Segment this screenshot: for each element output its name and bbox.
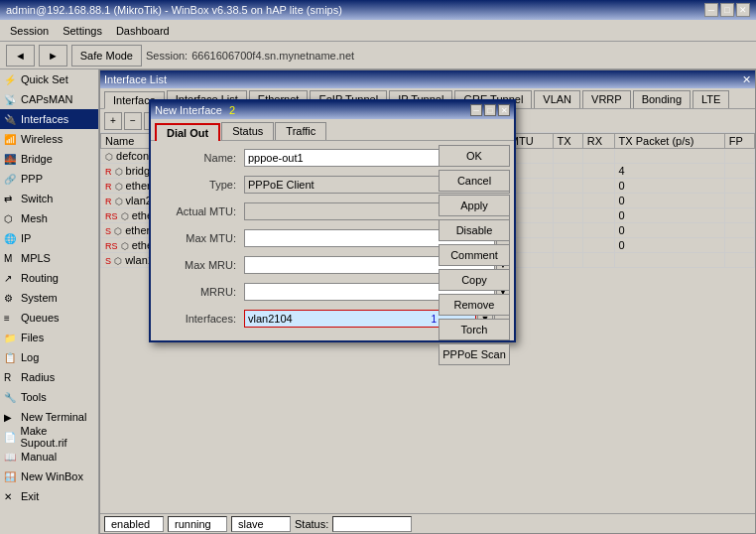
sidebar-item-capsman[interactable]: 📡 CAPsMAN <box>0 89 98 109</box>
safe-mode-button[interactable]: Safe Mode <box>71 45 142 67</box>
sidebar-label-wireless: Wireless <box>21 133 63 145</box>
col-tx[interactable]: TX <box>553 134 582 149</box>
status-running: running <box>168 516 227 532</box>
sidebar-item-bridge[interactable]: 🌉 Bridge <box>0 149 98 169</box>
sidebar-item-make-supout[interactable]: 📄 Make Supout.rif <box>0 427 98 447</box>
dialog-tabs: Dial Out Status Traffic <box>151 119 514 141</box>
col-fp[interactable]: FP <box>724 134 754 149</box>
pppoe-scan-button[interactable]: PPPoE Scan <box>439 343 510 365</box>
if-rx <box>582 253 614 268</box>
sidebar-item-mesh[interactable]: ⬡ Mesh <box>0 208 98 228</box>
if-rx <box>582 238 614 253</box>
sidebar-item-mpls[interactable]: M MPLS <box>0 248 98 268</box>
copy-button[interactable]: Copy <box>439 269 510 291</box>
sidebar-label-mesh: Mesh <box>21 212 48 224</box>
if-tx <box>553 164 582 179</box>
if-fp <box>724 238 754 253</box>
torch-button[interactable]: Torch <box>439 319 510 340</box>
sidebar: ⚡ Quick Set 📡 CAPsMAN 🔌 Interfaces 📶 Wir… <box>0 69 99 534</box>
col-rx[interactable]: RX <box>582 134 614 149</box>
if-fp <box>724 208 754 223</box>
comment-button[interactable]: Comment <box>439 244 510 266</box>
close-button[interactable]: ✕ <box>736 3 750 17</box>
sidebar-label-ppp: PPP <box>21 173 43 185</box>
sidebar-item-queues[interactable]: ≡ Queues <box>0 308 98 328</box>
type-label: Type: <box>155 179 244 191</box>
sidebar-item-ppp[interactable]: 🔗 PPP <box>0 169 98 189</box>
system-icon: ⚙ <box>4 293 18 304</box>
status-value <box>332 516 412 532</box>
ip-icon: 🌐 <box>4 233 18 244</box>
sidebar-item-switch[interactable]: ⇄ Switch <box>0 189 98 208</box>
tab-vlan[interactable]: VLAN <box>534 90 580 108</box>
menu-session[interactable]: Session <box>4 24 55 38</box>
back-button[interactable]: ◄ <box>6 45 35 67</box>
col-tx-pkt[interactable]: TX Packet (p/s) <box>614 134 724 149</box>
sidebar-item-quickset[interactable]: ⚡ Quick Set <box>0 69 98 89</box>
if-rx <box>582 164 614 179</box>
if-tx-pkt <box>614 253 724 268</box>
dialog-tab-dial-out[interactable]: Dial Out <box>155 123 220 141</box>
mpls-icon: M <box>4 253 18 264</box>
sidebar-item-ip[interactable]: 🌐 IP <box>0 228 98 248</box>
tab-bonding[interactable]: Bonding <box>633 90 691 108</box>
sidebar-label-interfaces: Interfaces <box>21 113 68 125</box>
maximize-button[interactable]: □ <box>720 3 734 17</box>
if-tx-pkt: 4 <box>614 164 724 179</box>
menu-dashboard[interactable]: Dashboard <box>110 24 176 38</box>
sidebar-item-new-winbox[interactable]: 🪟 New WinBox <box>0 467 98 486</box>
remove-button[interactable]: − <box>124 112 142 130</box>
tab-vrrp[interactable]: VRRP <box>582 90 631 108</box>
winbox-icon: 🪟 <box>4 471 18 482</box>
dialog-window-controls: ─ □ ✕ <box>470 104 510 116</box>
sidebar-item-manual[interactable]: 📖 Manual <box>0 447 98 467</box>
dialog-tab-status[interactable]: Status <box>221 122 274 140</box>
new-interface-dialog: New Interface 2 ─ □ ✕ Dial Out Status Tr… <box>149 99 516 342</box>
sidebar-label-ip: IP <box>21 232 31 244</box>
sidebar-item-radius[interactable]: R Radius <box>0 367 98 387</box>
sidebar-label-system: System <box>21 292 58 304</box>
if-rx <box>582 179 614 194</box>
sidebar-item-routing[interactable]: ↗ Routing <box>0 268 98 288</box>
sidebar-item-interfaces[interactable]: 🔌 Interfaces <box>0 109 98 129</box>
disable-button[interactable]: Disable <box>439 219 510 241</box>
add-button[interactable]: + <box>104 112 122 130</box>
sidebar-item-system[interactable]: ⚙ System <box>0 288 98 308</box>
sidebar-item-log[interactable]: 📋 Log <box>0 347 98 367</box>
dialog-minimize[interactable]: ─ <box>470 104 482 116</box>
dialog-buttons-panel: OK Cancel Apply Disable Comment Copy Rem… <box>435 141 514 369</box>
sidebar-item-wireless[interactable]: 📶 Wireless <box>0 129 98 149</box>
forward-button[interactable]: ► <box>39 45 67 67</box>
sidebar-label-tools: Tools <box>21 391 47 403</box>
dialog-tab-traffic[interactable]: Traffic <box>275 122 326 140</box>
menu-bar: Session Settings Dashboard <box>0 20 756 42</box>
dialog-title: New Interface 2 <box>155 104 235 116</box>
dialog-maximize[interactable]: □ <box>484 104 496 116</box>
wireless-icon: 📶 <box>4 134 18 145</box>
if-fp <box>724 194 754 208</box>
sidebar-item-exit[interactable]: ✕ Exit <box>0 486 98 506</box>
files-icon: 📁 <box>4 333 18 343</box>
mrru-label: MRRU: <box>155 286 244 298</box>
interfaces-label: Interfaces: <box>155 313 244 325</box>
dialog-close[interactable]: ✕ <box>498 104 510 116</box>
ok-button[interactable]: OK <box>439 145 510 167</box>
cancel-button[interactable]: Cancel <box>439 170 510 192</box>
status-label: Status: <box>295 518 328 530</box>
terminal-icon: ▶ <box>4 412 18 423</box>
apply-button[interactable]: Apply <box>439 195 510 216</box>
dialog-content: Name: Type: Actual MTU: Ma <box>151 141 514 340</box>
menu-settings[interactable]: Settings <box>57 24 108 38</box>
sidebar-item-new-terminal[interactable]: ▶ New Terminal <box>0 407 98 427</box>
if-fp <box>724 149 754 164</box>
interface-list-close[interactable]: ✕ <box>742 73 751 86</box>
sidebar-label-new-winbox: New WinBox <box>21 470 83 482</box>
tab-lte[interactable]: LTE <box>693 90 729 108</box>
remove-button[interactable]: Remove <box>439 294 510 316</box>
sidebar-label-make-supout: Make Supout.rif <box>21 425 94 449</box>
interfaces-icon: 🔌 <box>4 114 18 125</box>
minimize-button[interactable]: ─ <box>704 3 718 17</box>
max-mru-label: Max MRU: <box>155 259 244 271</box>
sidebar-item-files[interactable]: 📁 Files <box>0 328 98 347</box>
sidebar-item-tools[interactable]: 🔧 Tools <box>0 387 98 407</box>
